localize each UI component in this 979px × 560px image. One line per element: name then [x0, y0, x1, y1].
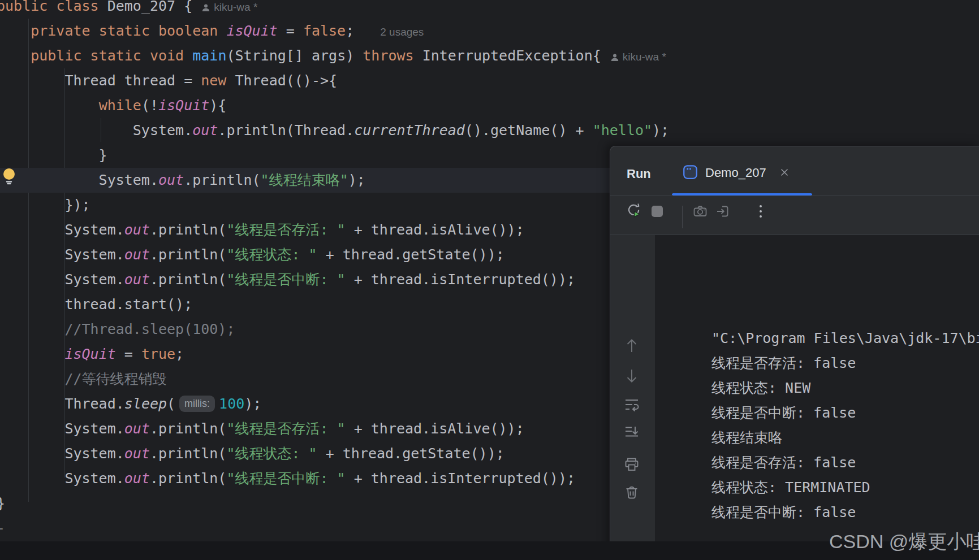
console-lines: "C:\Program Files\Java\jdk-17\bin\j线程是否存… [711, 326, 979, 560]
more-options-kebab-icon[interactable] [752, 202, 770, 220]
code-line: System.out.println("线程结束咯"); [0, 168, 610, 193]
run-tab-label: Demo_207 [705, 166, 766, 180]
soft-wrap-icon[interactable] [622, 395, 642, 415]
console-line: 线程是否中断: false [711, 401, 979, 426]
code-line: private static boolean isQuit = false;2 … [0, 19, 979, 44]
camera-snapshot-icon[interactable] [691, 202, 709, 220]
code-line: System.out.println(Thread.currentThread(… [0, 118, 979, 143]
clear-console-trash-icon[interactable] [622, 483, 642, 503]
print-icon[interactable] [622, 454, 642, 475]
run-tool-window: Run Demo_207 [610, 146, 979, 560]
watermark: CSDN @爆更小哇 [829, 529, 979, 555]
user-icon [610, 53, 619, 62]
up-arrow-icon[interactable] [622, 336, 642, 356]
console-line: 线程状态: NEW [711, 376, 979, 401]
run-panel-title: Run [627, 167, 651, 181]
console-line: 线程结束咯 [711, 426, 979, 450]
run-toolbar [610, 196, 979, 235]
author-annotation[interactable]: kiku-wa * [201, 1, 257, 13]
inlay-parameter-hint: millis: [179, 396, 215, 412]
console-line: 线程是否存活: false [711, 351, 979, 376]
toolbar-separator [682, 206, 683, 228]
console-line: 线程状态: TERMINATED [711, 475, 979, 500]
rerun-button[interactable] [625, 201, 643, 219]
console-line: 线程是否中断: false [711, 500, 979, 525]
console-output[interactable]: "C:\Program Files\Java\jdk-17\bin\j线程是否存… [655, 235, 979, 560]
run-configuration-icon [683, 164, 698, 182]
console-toolbar [610, 235, 655, 560]
code-line: public class Demo_207 {kiku-wa * [0, 0, 979, 19]
console-line: "C:\Program Files\Java\jdk-17\bin\j [711, 326, 979, 351]
usages-annotation[interactable]: 2 usages [380, 26, 424, 38]
user-icon [201, 3, 210, 12]
run-tab-demo-207[interactable]: Demo_207 [683, 163, 789, 183]
intention-lightbulb-icon[interactable] [2, 167, 17, 188]
console-line: 线程是否存活: false [711, 450, 979, 475]
author-annotation[interactable]: kiku-wa * [610, 51, 666, 63]
down-arrow-icon[interactable] [622, 366, 642, 386]
stop-button[interactable] [648, 202, 666, 220]
code-line: public static void main(String[] args) t… [0, 44, 979, 68]
code-line: Thread thread = new Thread(()->{ [0, 68, 979, 93]
close-icon[interactable] [780, 168, 789, 179]
dump-threads-icon[interactable] [714, 202, 732, 220]
code-line: while(!isQuit){ [0, 93, 979, 118]
scroll-to-end-icon[interactable] [622, 423, 642, 443]
